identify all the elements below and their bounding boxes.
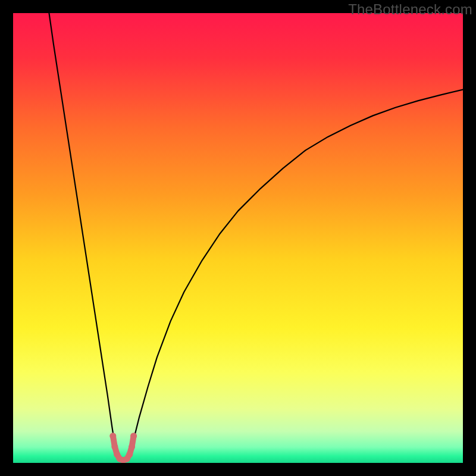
marker-dot — [109, 433, 116, 439]
marker-dot — [111, 443, 118, 450]
marker-dot — [130, 433, 137, 439]
marker-dot — [126, 451, 133, 458]
chart-frame — [13, 13, 463, 463]
bottleneck-chart — [13, 13, 463, 463]
marker-dot — [129, 443, 135, 450]
watermark-text: TheBottleneck.com — [348, 1, 472, 18]
gradient-background — [13, 13, 463, 463]
